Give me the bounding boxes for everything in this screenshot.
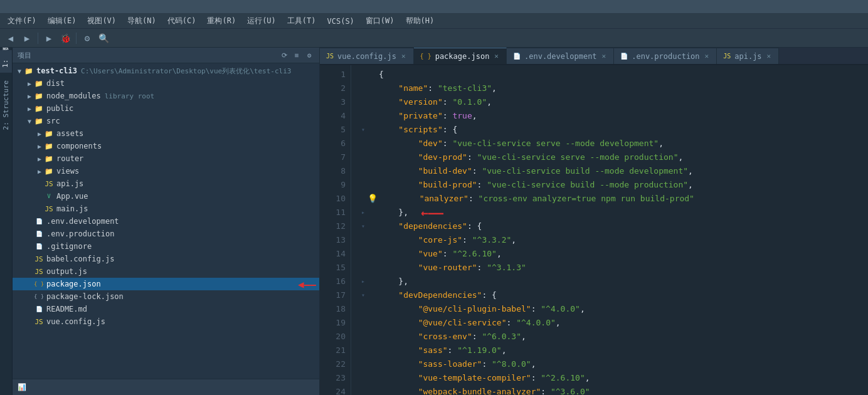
menu-item[interactable]: 导航(N) <box>122 14 161 28</box>
sidebar-tab-project[interactable]: 1: 项目 <box>0 50 12 73</box>
tree-item-package-json[interactable]: ▶ { } package.json ◀—— <box>13 278 319 290</box>
code-content[interactable]: { "name": "test-cli3", "version": "0.1.0… <box>351 65 868 395</box>
tree-item-main-js[interactable]: ▶ JS main.js <box>13 203 319 215</box>
bulb-icon-line-10[interactable]: 💡 <box>368 192 378 206</box>
tree-collapse-btn[interactable]: ≡ <box>292 50 302 60</box>
tab-env-dev-close[interactable]: ✕ <box>601 51 608 61</box>
code-colon: : <box>468 192 479 206</box>
tree-item-root[interactable]: ▼ 📁 test-cli3 C:\Users\Administrator\Des… <box>13 65 319 77</box>
code-key: "@vue/cli-service" <box>418 316 507 330</box>
folder-views-icon: 📁 <box>44 166 54 176</box>
file-vue-config-icon: JS <box>34 317 44 327</box>
tree-item-public[interactable]: ▶ 📁 public <box>13 102 319 115</box>
code-text <box>379 164 418 178</box>
tab-api-js[interactable]: JS api.js ✕ <box>717 48 779 64</box>
menu-item[interactable]: 重构(R) <box>202 14 241 28</box>
toolbar-settings-btn[interactable]: ⚙ <box>80 31 94 45</box>
code-str: "^8.0.0" <box>492 357 531 371</box>
code-line-24: "webpack-bundle-analyzer": "^3.6.0" <box>359 385 868 395</box>
tree-label-env-dev: .env.development <box>46 217 119 226</box>
fold-gutter-11[interactable]: ▸ <box>359 206 368 219</box>
tab-api-js-close[interactable]: ✕ <box>766 51 773 61</box>
folder-src-icon: 📁 <box>34 116 44 126</box>
code-colon: : <box>443 123 453 137</box>
code-key: "build-prod" <box>418 178 477 192</box>
tree-item-vue-config[interactable]: ▶ JS vue.config.js <box>13 315 319 328</box>
menu-item[interactable]: VCS(S) <box>322 16 359 27</box>
tab-env-prod[interactable]: 📄 .env.production ✕ <box>614 48 717 64</box>
tab-vue-config[interactable]: JS vue.config.js ✕ <box>320 48 414 64</box>
tree-item-views[interactable]: ▶ 📁 views <box>13 165 319 177</box>
editor-tabs: JS vue.config.js ✕ { } package.json ✕ 📄 … <box>320 48 868 65</box>
tree-sync-btn[interactable]: ⟳ <box>279 50 289 60</box>
tree-item-app-vue[interactable]: ▶ V App.vue <box>13 190 319 203</box>
fold-gutter-16[interactable]: ▸ <box>359 275 368 288</box>
tree-item-package-lock[interactable]: ▶ { } package-lock.json <box>13 290 319 303</box>
tree-arrow-views: ▶ <box>35 168 44 175</box>
tab-vue-config-icon: JS <box>326 53 334 60</box>
tree-item-babel[interactable]: ▶ JS babel.config.js <box>13 253 319 265</box>
tree-label-vue-config: vue.config.js <box>46 317 105 326</box>
folder-open-icon: 📁 <box>24 66 34 76</box>
menu-item[interactable]: 运行(U) <box>242 14 281 28</box>
toolbar-debug-btn[interactable]: 🐞 <box>58 31 72 45</box>
menu-item[interactable]: 视图(V) <box>82 14 121 28</box>
code-line-8: "build-dev": "vue-cli-service build --mo… <box>359 164 868 178</box>
tree-item-router[interactable]: ▶ 📁 router <box>13 152 319 165</box>
tab-package-json[interactable]: { } package.json ✕ <box>414 48 507 64</box>
code-key: "webpack-bundle-analyzer" <box>418 385 541 395</box>
tab-vue-config-close[interactable]: ✕ <box>400 51 407 61</box>
toolbar-run-btn[interactable]: ▶ <box>42 31 56 45</box>
tab-package-json-close[interactable]: ✕ <box>493 51 500 61</box>
toolbar-search-btn[interactable]: 🔍 <box>97 31 110 45</box>
tree-item-env-prod[interactable]: ▶ 📄 .env.production <box>13 228 319 240</box>
tree-arrow-root: ▼ <box>15 68 24 75</box>
tree-suffix-node-modules: library root <box>105 92 154 100</box>
code-comma: , <box>511 233 516 247</box>
project-tree: ▼ 📁 test-cli3 C:\Users\Administrator\Des… <box>13 63 319 379</box>
tree-item-components[interactable]: ▶ 📁 components <box>13 140 319 152</box>
menu-item[interactable]: 窗口(W) <box>361 14 400 28</box>
fold-gutter-12[interactable]: ▾ <box>359 219 368 233</box>
sidebar-tab-structure[interactable]: 2: Structure <box>1 75 11 135</box>
code-key: "dependencies" <box>398 219 467 233</box>
menu-item[interactable]: 代码(C) <box>162 14 201 28</box>
tree-item-api-js[interactable]: ▶ JS api.js <box>13 177 319 190</box>
tree-item-dist[interactable]: ▶ 📁 dist <box>13 77 319 90</box>
tree-item-assets[interactable]: ▶ 📁 assets <box>13 127 319 140</box>
code-line-13: "core-js": "^3.3.2", <box>359 233 868 247</box>
tree-item-env-dev[interactable]: ▶ 📄 .env.development <box>13 215 319 228</box>
left-panel: 项目 ⟳ ≡ ⚙ ▼ 📁 test-cli3 C:\Users\Administ… <box>13 48 320 395</box>
tree-arrow-public: ▶ <box>25 105 34 112</box>
tab-env-dev[interactable]: 📄 .env.development ✕ <box>507 48 614 64</box>
tree-label-main-js: main.js <box>56 204 88 213</box>
menu-item[interactable]: 文件(F) <box>3 14 41 28</box>
code-colon: : <box>472 164 482 178</box>
tree-label-public: public <box>46 104 73 113</box>
code-key: "sass-loader" <box>418 357 482 371</box>
fold-gutter-17[interactable]: ▾ <box>359 288 368 302</box>
tree-settings-btn[interactable]: ⚙ <box>304 50 314 60</box>
tree-item-node-modules[interactable]: ▶ 📁 node_modules library root <box>13 90 319 102</box>
code-brace: } <box>398 206 403 219</box>
toolbar-forward-btn[interactable]: ▶ <box>20 31 34 45</box>
code-line-19: "@vue/cli-service": "^4.0.0", <box>359 316 868 330</box>
code-colon: : <box>507 316 517 330</box>
tree-item-output-js[interactable]: ▶ JS output.js <box>13 265 319 278</box>
code-colon: : <box>448 344 458 357</box>
tree-arrow-components: ▶ <box>35 143 44 150</box>
tab-env-prod-close[interactable]: ✕ <box>704 51 711 61</box>
tree-item-src[interactable]: ▼ 📁 src <box>13 115 319 127</box>
toolbar-back-btn[interactable]: ◀ <box>4 31 18 45</box>
code-comma: , <box>585 371 590 385</box>
tree-item-readme[interactable]: ▶ 📄 README.md <box>13 303 319 315</box>
menu-item[interactable]: 工具(T) <box>282 14 321 28</box>
code-comma: , <box>688 178 693 192</box>
code-line-14: "vue": "^2.6.10", <box>359 247 868 261</box>
tree-item-gitignore[interactable]: ▶ 📄 .gitignore <box>13 240 319 253</box>
menu-item[interactable]: 帮助(H) <box>401 14 440 28</box>
code-str: "^4.0.0" <box>516 316 556 330</box>
folder-router-icon: 📁 <box>44 154 54 164</box>
fold-gutter-5[interactable]: ▾ <box>359 123 368 137</box>
menu-item[interactable]: 编辑(E) <box>43 14 82 28</box>
